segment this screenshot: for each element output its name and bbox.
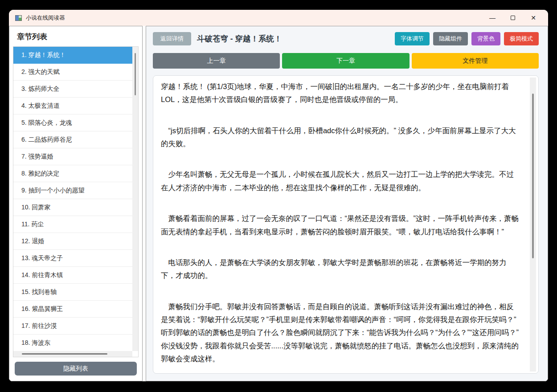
chapter-item[interactable]: 5. 陨落心炎，龙魂: [13, 114, 132, 131]
window-title: 小说在线阅读器: [26, 14, 65, 22]
scrollbar-thumb[interactable]: [22, 353, 107, 355]
back-to-details-button[interactable]: 返回详情: [153, 32, 191, 45]
chapter-sidebar: 章节列表 1. 穿越！系统！2. 强大的天赋3. 炼药师大全4. 太极玄清道5.…: [9, 26, 143, 381]
chapter-list: 1. 穿越！系统！2. 强大的天赋3. 炼药师大全4. 太极玄清道5. 陨落心炎…: [13, 47, 132, 351]
chapter-item[interactable]: 16. 紫晶翼狮王: [13, 301, 132, 318]
chapter-item[interactable]: 3. 炼药师大全: [13, 81, 132, 98]
chapter-list-container: 1. 穿越！系统！2. 强大的天赋3. 炼药师大全4. 太极玄清道5. 陨落心炎…: [13, 46, 139, 357]
panel-divider: [143, 26, 146, 381]
paragraph: 萧畅看着面前的屏幕，过了一会无奈的叹了一口气道：“果然还是没有晋级。”这时，一阵…: [161, 212, 519, 238]
background-color-button[interactable]: 背景色: [471, 32, 500, 45]
scrollbar-thumb[interactable]: [135, 53, 136, 96]
chapter-item[interactable]: 14. 前往青木镇: [13, 267, 132, 284]
chapter-item[interactable]: 8. 雅妃的决定: [13, 165, 132, 182]
chapter-item[interactable]: 1. 穿越！系统！: [13, 47, 132, 64]
hide-widgets-button[interactable]: 隐藏组件: [433, 32, 468, 45]
chapter-item[interactable]: 7. 强势逼婚: [13, 148, 132, 165]
chapter-title: 斗破苍穹 - 穿越！系统！: [197, 33, 282, 44]
paragraph: 电话那头的人，是萧畅在大学谈的女朋友郭敏，郭敏大学时是萧畅那班的班花，在萧畅将近…: [161, 256, 519, 282]
titlebar: 小说在线阅读器 — ✕: [9, 10, 548, 26]
chapter-item[interactable]: 4. 太极玄清道: [13, 98, 132, 114]
chapter-list-title: 章节列表: [17, 32, 142, 42]
reader-main-panel: 返回详情 斗破苍穹 - 穿越！系统！ 字体调节 隐藏组件 背景色 极简模式 上一…: [146, 26, 548, 381]
reader-panel: 穿越！系统！ (第1/3页)地球，华夏，中海市，一间破旧的出租屋内。一名二十多岁…: [153, 75, 539, 374]
next-chapter-button[interactable]: 下一章: [282, 53, 409, 69]
font-adjust-button[interactable]: 字体调节: [395, 32, 430, 45]
file-manager-button[interactable]: 文件管理: [412, 53, 539, 69]
chapter-item[interactable]: 13. 魂天帝之子: [13, 250, 132, 267]
app-window: 小说在线阅读器 — ✕ 章节列表 1. 穿越！系统！2. 强大的天赋3. 炼药师…: [9, 10, 548, 381]
paragraph: 少年名叫萧畅，无父无母是一个孤儿，小时候在孤儿院长大，然后又一边打工一边上学的把…: [161, 168, 519, 194]
paragraph: “js切后排啊，石头人你的大留着干什么用，卧槽adc你什么时候死的。” 没多久，…: [161, 124, 519, 151]
chapter-item[interactable]: 6. 二品炼药师谷尼: [13, 131, 132, 148]
scrollbar-thumb[interactable]: [532, 94, 534, 258]
chapter-list-vertical-scrollbar[interactable]: [132, 47, 138, 351]
chapter-item[interactable]: 11. 药尘: [13, 216, 132, 233]
chapter-list-horizontal-scrollbar[interactable]: [13, 351, 132, 357]
minimize-button[interactable]: —: [482, 10, 503, 26]
chapter-item[interactable]: 17. 前往沙漠: [13, 318, 132, 335]
chapter-item[interactable]: 9. 抽到一个小小的愿望: [13, 182, 132, 199]
paragraph: 萧畅我们分手吧。郭敏并没有回答萧畅话，而是自顾自的说道。萧畅听到这话并没有漏出难…: [161, 300, 519, 366]
close-button[interactable]: ✕: [523, 10, 544, 26]
hide-list-button[interactable]: 隐藏列表: [15, 362, 137, 376]
chapter-nav: 上一章 下一章 文件管理: [153, 53, 539, 69]
maximize-icon: [511, 16, 515, 20]
chapter-text: 穿越！系统！ (第1/3页)地球，华夏，中海市，一间破旧的出租屋内。一名二十多岁…: [161, 80, 519, 369]
chapter-item[interactable]: 12. 退婚: [13, 233, 132, 250]
paragraph: 穿越！系统！ (第1/3页)地球，华夏，中海市，一间破旧的出租屋内。一名二十多岁…: [161, 80, 519, 106]
minimal-mode-button[interactable]: 极简模式: [504, 32, 539, 45]
prev-chapter-button[interactable]: 上一章: [153, 53, 280, 69]
maximize-button[interactable]: [503, 10, 523, 26]
chapter-item[interactable]: 10. 回萧家: [13, 199, 132, 216]
chapter-item[interactable]: 15. 找到卷轴: [13, 284, 132, 301]
reader-vertical-scrollbar[interactable]: [530, 78, 536, 372]
chapter-item[interactable]: 18. 海波东: [13, 335, 132, 351]
chapter-item[interactable]: 2. 强大的天赋: [13, 64, 132, 81]
toolbar: 返回详情 斗破苍穹 - 穿越！系统！ 字体调节 隐藏组件 背景色 极简模式: [153, 32, 539, 45]
app-icon: [15, 15, 22, 21]
